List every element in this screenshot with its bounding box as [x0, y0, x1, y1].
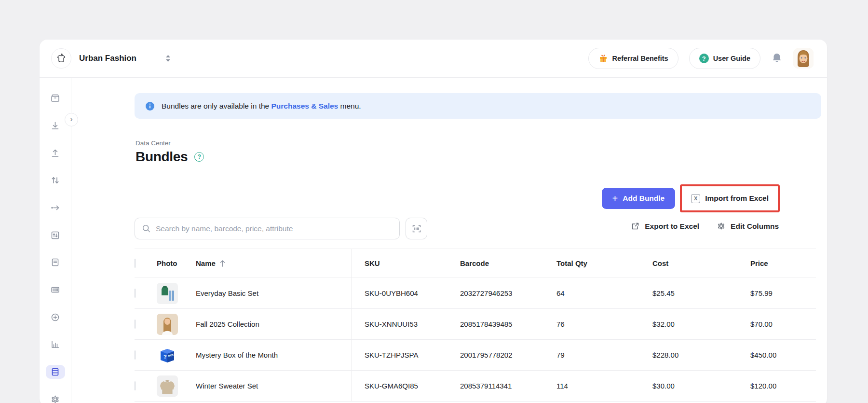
bundle-total-qty: 114: [556, 382, 652, 390]
referral-benefits-label: Referral Benefits: [612, 55, 668, 62]
info-banner: Bundles are only available in the Purcha…: [135, 93, 821, 119]
sidebar-item-data-center[interactable]: [46, 365, 65, 379]
dot-arrow-right-icon: [50, 203, 60, 213]
row-checkbox[interactable]: [135, 320, 136, 329]
column-header-name[interactable]: Name: [196, 259, 365, 267]
row-checkbox[interactable]: [135, 289, 136, 298]
highlight-annotation: X Import from Excel: [680, 184, 780, 212]
bundle-total-qty: 76: [556, 320, 652, 328]
bundle-barcode: 2001795778202: [460, 351, 556, 359]
sidebar-item-adjustments[interactable]: [46, 228, 65, 242]
table-header-row: Photo Name SKU Barcode Total Qty Cost Pr…: [135, 249, 816, 278]
row-checkbox[interactable]: [135, 381, 136, 390]
bundle-cost: $25.45: [652, 289, 750, 297]
workspace-switcher[interactable]: [165, 55, 171, 62]
download-icon: [50, 121, 60, 131]
select-all-checkbox[interactable]: [135, 259, 136, 268]
bundle-barcode: 2085178439485: [460, 320, 556, 328]
help-icon[interactable]: ?: [194, 152, 204, 162]
search-box: [135, 218, 400, 239]
barcode-icon: [50, 285, 60, 295]
notifications-bell-icon[interactable]: [771, 52, 783, 65]
sidebar-item-barcodes[interactable]: [46, 283, 65, 297]
bundle-name: Everyday Basic Set: [196, 289, 365, 297]
excel-icon: X: [691, 194, 700, 203]
edit-columns-button[interactable]: Edit Columns: [717, 222, 779, 231]
upload-icon: [50, 148, 60, 158]
top-header: Urban Fashion Referral Benefits ?: [40, 40, 827, 78]
gear-icon: [717, 222, 726, 231]
plus-icon: +: [612, 194, 618, 203]
document-icon: [50, 257, 60, 267]
package-icon: [50, 93, 60, 103]
gear-icon: [50, 394, 60, 403]
table-row[interactable]: Winter Sweater Set SKU-GMA6QI85 20853791…: [135, 371, 816, 402]
bundle-sku: SKU-0UYBH604: [365, 289, 460, 297]
bundle-name: Mystery Box of the Month: [196, 351, 365, 359]
sidebar-item-documents[interactable]: [46, 255, 65, 270]
main-content: Bundles are only available in the Purcha…: [95, 78, 827, 403]
tshirt-icon: [55, 53, 67, 64]
sidebar-item-add-new[interactable]: [46, 310, 65, 324]
workspace-name: Urban Fashion: [79, 54, 136, 63]
table-row[interactable]: ? BOX Mystery Box of the Month SKU-TZHPJ…: [135, 340, 816, 371]
chevron-up-icon: [165, 55, 171, 58]
export-to-excel-button[interactable]: Export to Excel: [631, 222, 699, 231]
bar-chart-icon: [50, 339, 60, 349]
sort-box-icon: [50, 230, 60, 240]
bundle-photo-woman-in-white-top: [157, 314, 178, 335]
add-bundle-button[interactable]: + Add Bundle: [602, 188, 676, 209]
bundle-cost: $228.00: [652, 351, 750, 359]
import-from-excel-button[interactable]: X Import from Excel: [683, 188, 776, 209]
search-input[interactable]: [156, 224, 393, 233]
sidebar-item-receive[interactable]: [46, 119, 65, 133]
table-row[interactable]: Fall 2025 Collection SKU-XNNUUI53 208517…: [135, 309, 816, 340]
bundle-price: $120.00: [750, 382, 816, 390]
sidebar-collapse-button[interactable]: ›: [65, 113, 78, 126]
bundle-name: Fall 2025 Collection: [196, 320, 365, 328]
breadcrumb: Data Center: [136, 139, 171, 147]
sidebar-item-settings[interactable]: [46, 392, 65, 403]
user-guide-button[interactable]: ? User Guide: [689, 48, 760, 69]
bundle-cost: $30.00: [652, 382, 750, 390]
sidebar-item-reports[interactable]: [46, 337, 65, 352]
column-header-photo[interactable]: Photo: [157, 259, 196, 267]
barcode-scan-button[interactable]: [406, 218, 427, 239]
bundle-photo-beige-knit-sweater: [157, 375, 178, 397]
column-header-sku[interactable]: SKU: [365, 259, 460, 267]
sidebar-item-orders[interactable]: [46, 91, 65, 106]
question-circle-icon: ?: [699, 54, 709, 63]
purchases-sales-link[interactable]: Purchases & Sales: [271, 102, 338, 110]
main-window: Urban Fashion Referral Benefits ?: [40, 40, 827, 403]
database-icon: [50, 367, 60, 377]
sort-asc-icon: [219, 260, 226, 267]
page-title: Bundles: [136, 149, 188, 165]
bundle-sku: SKU-GMA6QI85: [365, 382, 460, 390]
search-icon: [142, 224, 151, 233]
gift-icon: [598, 54, 608, 63]
bundle-photo-green-hoodie-and-jeans: [157, 283, 178, 304]
sidebar-item-returns[interactable]: [46, 201, 65, 215]
referral-benefits-button[interactable]: Referral Benefits: [588, 48, 678, 69]
bundles-table: Photo Name SKU Barcode Total Qty Cost Pr…: [135, 249, 816, 402]
user-avatar[interactable]: [793, 48, 814, 69]
bundle-name: Winter Sweater Set: [196, 382, 365, 390]
sidebar-item-transfer[interactable]: [46, 173, 65, 188]
svg-text:?: ?: [163, 354, 167, 360]
workspace-logo[interactable]: [51, 48, 71, 69]
column-header-price[interactable]: Price: [750, 259, 816, 267]
sidebar-item-ship[interactable]: [46, 146, 65, 160]
column-header-total-qty[interactable]: Total Qty: [556, 259, 652, 267]
user-guide-label: User Guide: [713, 55, 750, 62]
bundle-cost: $32.00: [652, 320, 750, 328]
row-checkbox[interactable]: [135, 350, 136, 360]
bundle-price: $450.00: [750, 351, 816, 359]
column-header-barcode[interactable]: Barcode: [460, 259, 556, 267]
table-row[interactable]: Everyday Basic Set SKU-0UYBH604 20327279…: [135, 278, 816, 309]
bundle-total-qty: 64: [556, 289, 652, 297]
bundle-sku: SKU-TZHPJSPA: [365, 351, 460, 359]
bundle-barcode: 2085379114341: [460, 382, 556, 390]
column-header-cost[interactable]: Cost: [652, 259, 750, 267]
bundle-price: $75.99: [750, 289, 816, 297]
chevron-down-icon: [165, 59, 171, 62]
